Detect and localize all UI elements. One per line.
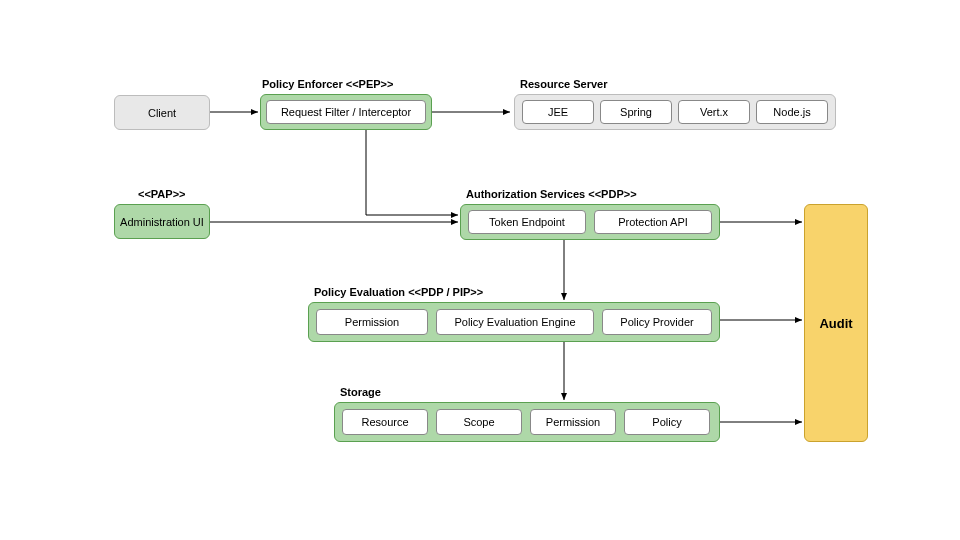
rs-jee: JEE [522, 100, 594, 124]
resource-server-title: Resource Server [520, 78, 607, 90]
pep-title: Policy Enforcer <<PEP>> [262, 78, 393, 90]
rs-item-0: JEE [548, 106, 568, 118]
st-policy: Policy [624, 409, 710, 435]
client-box: Client [114, 95, 210, 130]
pdp-item-1: Protection API [618, 216, 688, 228]
rs-item-3: Node.js [773, 106, 810, 118]
pe-provider: Policy Provider [602, 309, 712, 335]
st-item-3: Policy [652, 416, 681, 428]
pdp-protection-api: Protection API [594, 210, 712, 234]
pap-group: Administration UI [114, 204, 210, 239]
pe-item-1: Policy Evaluation Engine [454, 316, 575, 328]
audit-box: Audit [804, 204, 868, 442]
rs-nodejs: Node.js [756, 100, 828, 124]
rs-vertx: Vert.x [678, 100, 750, 124]
rs-spring: Spring [600, 100, 672, 124]
pe-permission: Permission [316, 309, 428, 335]
pep-request-filter: Request Filter / Interceptor [266, 100, 426, 124]
pdp-token-endpoint: Token Endpoint [468, 210, 586, 234]
pdp-title: Authorization Services <<PDP>> [466, 188, 637, 200]
pe-engine: Policy Evaluation Engine [436, 309, 594, 335]
st-item-1: Scope [463, 416, 494, 428]
st-resource: Resource [342, 409, 428, 435]
audit-label: Audit [819, 316, 852, 331]
st-permission: Permission [530, 409, 616, 435]
pdp-item-0: Token Endpoint [489, 216, 565, 228]
st-item-0: Resource [361, 416, 408, 428]
pe-item-0: Permission [345, 316, 399, 328]
rs-item-1: Spring [620, 106, 652, 118]
pep-item-0-label: Request Filter / Interceptor [281, 106, 411, 118]
pap-title: <<PAP>> [138, 188, 186, 200]
storage-title: Storage [340, 386, 381, 398]
pe-item-2: Policy Provider [620, 316, 693, 328]
pap-item-0: Administration UI [120, 216, 204, 228]
client-label: Client [148, 107, 176, 119]
st-scope: Scope [436, 409, 522, 435]
rs-item-2: Vert.x [700, 106, 728, 118]
st-item-2: Permission [546, 416, 600, 428]
pdppip-title: Policy Evaluation <<PDP / PIP>> [314, 286, 483, 298]
diagram: Client Policy Enforcer <<PEP>> Request F… [0, 0, 960, 540]
